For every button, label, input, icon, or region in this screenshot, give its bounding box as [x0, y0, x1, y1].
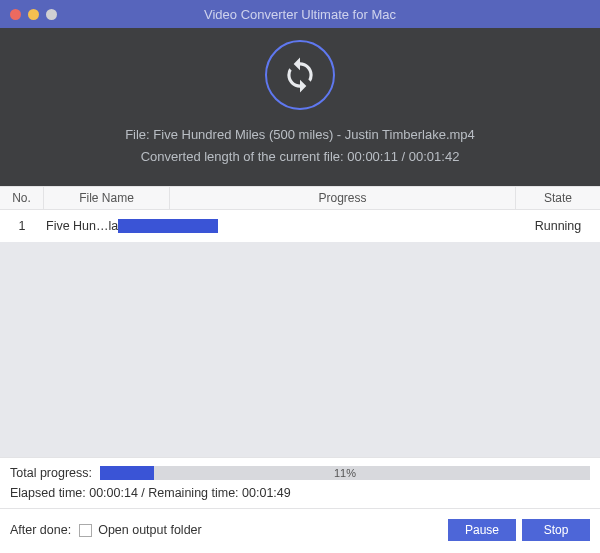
convert-spinner-icon [265, 40, 335, 110]
status-panel: File: Five Hundred Miles (500 miles) - J… [0, 28, 600, 186]
titlebar: Video Converter Ultimate for Mac [0, 0, 600, 28]
current-file-label: File: Five Hundred Miles (500 miles) - J… [0, 124, 600, 146]
minimize-icon[interactable] [28, 9, 39, 20]
window-title: Video Converter Ultimate for Mac [0, 7, 600, 22]
total-progress-percent: 11% [100, 466, 590, 480]
col-header-state: State [516, 187, 600, 209]
window-controls [10, 9, 57, 20]
empty-list-area [0, 242, 600, 457]
stop-button[interactable]: Stop [522, 519, 590, 541]
row-state: Running [516, 219, 600, 233]
total-progress-label: Total progress: [10, 466, 92, 480]
row-no: 1 [0, 219, 44, 233]
time-summary: Elapsed time: 00:00:14 / Remaining time:… [0, 484, 600, 508]
row-progress-bar [118, 219, 218, 233]
open-output-folder-checkbox[interactable] [79, 524, 92, 537]
col-header-file: File Name [44, 187, 170, 209]
zoom-icon [46, 9, 57, 20]
summary-panel: Total progress: 11% Elapsed time: 00:00:… [0, 457, 600, 553]
converted-length-label: Converted length of the current file: 00… [0, 146, 600, 168]
close-icon[interactable] [10, 9, 21, 20]
total-progress-bar: 11% [100, 466, 590, 480]
col-header-progress: Progress [170, 187, 516, 209]
table-row[interactable]: 1 Five Hun…lake.mp4 Running [0, 210, 600, 242]
table-header: No. File Name Progress State [0, 186, 600, 210]
col-header-no: No. [0, 187, 44, 209]
row-progress [170, 219, 516, 233]
after-done-label: After done: [10, 523, 71, 537]
open-output-folder-label: Open output folder [98, 523, 202, 537]
pause-button[interactable]: Pause [448, 519, 516, 541]
